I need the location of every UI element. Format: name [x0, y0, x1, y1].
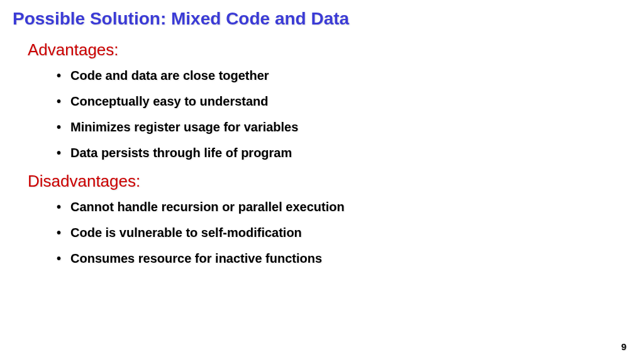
advantages-list: Code and data are close together Concept…	[57, 69, 631, 160]
list-item: Code is vulnerable to self-modification	[57, 226, 631, 240]
list-item: Consumes resource for inactive functions	[57, 251, 631, 266]
page-number: 9	[621, 341, 626, 352]
list-item: Data persists through life of program	[57, 146, 631, 160]
disadvantages-heading: Disadvantages:	[28, 172, 631, 191]
slide-title: Possible Solution: Mixed Code and Data	[13, 9, 631, 29]
list-item: Minimizes register usage for variables	[57, 120, 631, 134]
list-item: Code and data are close together	[57, 69, 631, 83]
disadvantages-list: Cannot handle recursion or parallel exec…	[57, 200, 631, 266]
list-item: Cannot handle recursion or parallel exec…	[57, 200, 631, 214]
list-item: Conceptually easy to understand	[57, 94, 631, 109]
advantages-heading: Advantages:	[28, 40, 631, 60]
